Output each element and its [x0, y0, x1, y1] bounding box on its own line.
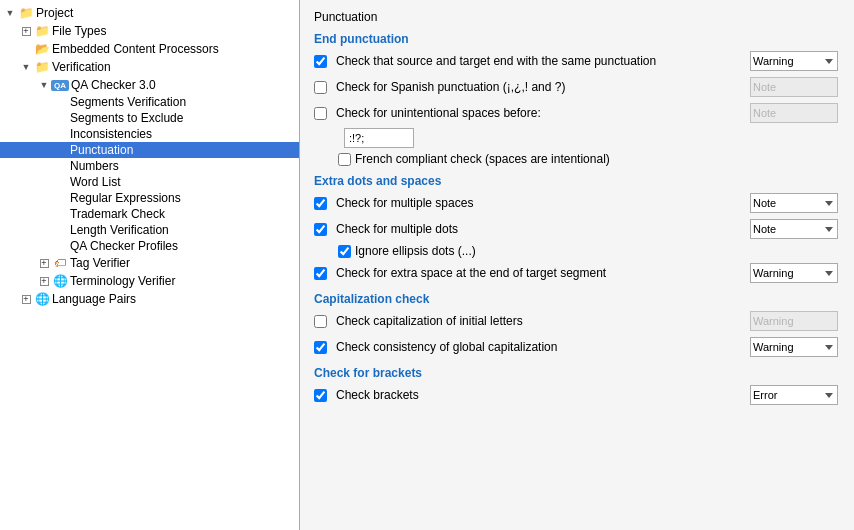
tree-label-punctuation: Punctuation — [70, 143, 133, 157]
control-same-punctuation: WarningErrorNote — [750, 51, 840, 71]
cb-french[interactable] — [338, 153, 351, 166]
tree-label-length-verification: Length Verification — [70, 223, 169, 237]
tree-item-language-pairs[interactable]: + 🌐 Language Pairs — [0, 290, 299, 308]
tree-label-terminology: Terminology Verifier — [70, 274, 175, 288]
label-extra-space-end: Check for extra space at the end of targ… — [314, 266, 750, 280]
control-spanish-punctuation: NoteWarningError — [750, 77, 840, 97]
control-unintentional-spaces: NoteWarningError — [750, 103, 840, 123]
tree-item-qa-checker[interactable]: ▼ QA QA Checker 3.0 — [0, 76, 299, 94]
tree-item-trademark[interactable]: Trademark Check — [0, 206, 299, 222]
row-spanish-punctuation: Check for Spanish punctuation (¡,¿,! and… — [314, 76, 840, 98]
folder-icon-verification: 📁 — [34, 59, 50, 75]
subcheck-french: French compliant check (spaces are inten… — [338, 152, 840, 166]
tree-label-segments-verification: Segments Verification — [70, 95, 186, 109]
tree-item-word-list[interactable]: Word List — [0, 174, 299, 190]
label-check-brackets: Check brackets — [314, 388, 750, 402]
cb-multiple-spaces[interactable] — [314, 197, 327, 210]
label-text-multiple-spaces: Check for multiple spaces — [336, 196, 473, 210]
tag-icon: 🏷 — [52, 255, 68, 271]
tree-item-regular-expressions[interactable]: Regular Expressions — [0, 190, 299, 206]
textbox-row-spaces — [344, 128, 840, 148]
expander-embedded — [18, 41, 34, 57]
label-global-cap: Check consistency of global capitalizati… — [314, 340, 750, 354]
tree-item-inconsistencies[interactable]: Inconsistencies — [0, 126, 299, 142]
tree-item-punctuation[interactable]: Punctuation — [0, 142, 299, 158]
tree-label-tag-verifier: Tag Verifier — [70, 256, 130, 270]
control-check-brackets: ErrorWarningNote — [750, 385, 840, 405]
tree-item-file-types[interactable]: + 📁 File Types — [0, 22, 299, 40]
select-global-cap[interactable]: WarningErrorNote — [750, 337, 838, 357]
row-multiple-dots: Check for multiple dots NoteWarningError — [314, 218, 840, 240]
tree-item-segments-verification[interactable]: Segments Verification — [0, 94, 299, 110]
control-multiple-spaces: NoteWarningError — [750, 193, 840, 213]
row-global-cap: Check consistency of global capitalizati… — [314, 336, 840, 358]
tree-item-tag-verifier[interactable]: + 🏷 Tag Verifier — [0, 254, 299, 272]
folder-icon-embedded: 📂 — [34, 41, 50, 57]
expander-terminology[interactable]: + — [36, 273, 52, 289]
tree-item-numbers[interactable]: Numbers — [0, 158, 299, 174]
globe-icon-language: 🌐 — [34, 291, 50, 307]
tree-item-segments-exclude[interactable]: Segments to Exclude — [0, 110, 299, 126]
select-check-brackets[interactable]: ErrorWarningNote — [750, 385, 838, 405]
control-extra-space-end: WarningErrorNote — [750, 263, 840, 283]
cb-spanish-punctuation[interactable] — [314, 81, 327, 94]
header-end-punctuation: End punctuation — [314, 32, 840, 46]
expander-language[interactable]: + — [18, 291, 34, 307]
cb-global-cap[interactable] — [314, 341, 327, 354]
folder-icon-file-types: 📁 — [34, 23, 50, 39]
tree-item-embedded-content[interactable]: 📂 Embedded Content Processors — [0, 40, 299, 58]
tree-label-project: Project — [36, 6, 73, 20]
select-spanish-punctuation[interactable]: NoteWarningError — [750, 77, 838, 97]
tree-label-qa: QA Checker 3.0 — [71, 78, 156, 92]
row-multiple-spaces: Check for multiple spaces NoteWarningErr… — [314, 192, 840, 214]
row-unintentional-spaces: Check for unintentional spaces before: N… — [314, 102, 840, 124]
section-title: Punctuation — [314, 10, 840, 24]
select-multiple-spaces[interactable]: NoteWarningError — [750, 193, 838, 213]
expander-tag[interactable]: + — [36, 255, 52, 271]
label-unintentional-spaces: Check for unintentional spaces before: — [314, 106, 750, 120]
folder-icon-project: 📁 — [18, 5, 34, 21]
tree-label-inconsistencies: Inconsistencies — [70, 127, 152, 141]
row-check-brackets: Check brackets ErrorWarningNote — [314, 384, 840, 406]
cb-extra-space-end[interactable] — [314, 267, 327, 280]
label-text-same-punctuation: Check that source and target end with th… — [336, 54, 656, 68]
label-text-check-brackets: Check brackets — [336, 388, 419, 402]
cb-check-brackets[interactable] — [314, 389, 327, 402]
select-extra-space-end[interactable]: WarningErrorNote — [750, 263, 838, 283]
tree-label-numbers: Numbers — [70, 159, 119, 173]
cb-unintentional-spaces[interactable] — [314, 107, 327, 120]
label-text-unintentional-spaces: Check for unintentional spaces before: — [336, 106, 541, 120]
select-multiple-dots[interactable]: NoteWarningError — [750, 219, 838, 239]
cb-multiple-dots[interactable] — [314, 223, 327, 236]
expander-file-types[interactable]: + — [18, 23, 34, 39]
cb-same-punctuation[interactable] — [314, 55, 327, 68]
cb-ellipsis[interactable] — [338, 245, 351, 258]
label-text-initial-letters: Check capitalization of initial letters — [336, 314, 523, 328]
tree-label-segments-exclude: Segments to Exclude — [70, 111, 183, 125]
tree-item-project[interactable]: ▼ 📁 Project — [0, 4, 299, 22]
tree-item-verification[interactable]: ▼ 📁 Verification — [0, 58, 299, 76]
tree-label-language-pairs: Language Pairs — [52, 292, 136, 306]
cb-initial-letters[interactable] — [314, 315, 327, 328]
select-initial-letters[interactable]: WarningErrorNote — [750, 311, 838, 331]
label-french: French compliant check (spaces are inten… — [355, 152, 610, 166]
tree-label-regular-expressions: Regular Expressions — [70, 191, 181, 205]
tree-item-terminology-verifier[interactable]: + 🌐 Terminology Verifier — [0, 272, 299, 290]
row-extra-space-end: Check for extra space at the end of targ… — [314, 262, 840, 284]
expander-qa[interactable]: ▼ — [36, 77, 52, 93]
right-panel: Punctuation End punctuation Check that s… — [300, 0, 854, 530]
tree-label-word-list: Word List — [70, 175, 120, 189]
select-same-punctuation[interactable]: WarningErrorNote — [750, 51, 838, 71]
tree-item-qa-profiles[interactable]: QA Checker Profiles — [0, 238, 299, 254]
expander-verification[interactable]: ▼ — [18, 59, 34, 75]
subcheck-ellipsis: Ignore ellipsis dots (...) — [338, 244, 840, 258]
textbox-spaces[interactable] — [344, 128, 414, 148]
header-capitalization: Capitalization check — [314, 292, 840, 306]
label-same-punctuation: Check that source and target end with th… — [314, 54, 750, 68]
row-same-punctuation: Check that source and target end with th… — [314, 50, 840, 72]
expander-project[interactable]: ▼ — [2, 5, 18, 21]
qa-icon: QA — [52, 77, 68, 93]
tree-item-length-verification[interactable]: Length Verification — [0, 222, 299, 238]
control-initial-letters: WarningErrorNote — [750, 311, 840, 331]
select-unintentional-spaces[interactable]: NoteWarningError — [750, 103, 838, 123]
